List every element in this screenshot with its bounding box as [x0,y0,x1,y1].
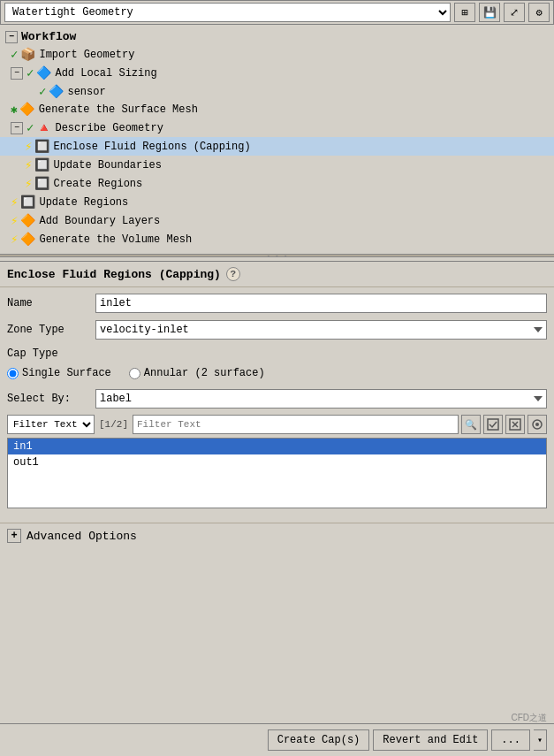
filter-search-btn[interactable]: 🔍 [461,415,481,434]
toolbar-btn-settings[interactable]: ⚙ [528,3,550,22]
workflow-item-update-boundaries[interactable]: ⚡ 🔲 Update Boundaries [0,156,554,174]
top-bar: Watertight Geometry ⊞ 💾 ⤢ ⚙ [0,0,554,25]
toolbar-btn-save[interactable]: 💾 [479,3,500,22]
filter-type-select[interactable]: Filter Text [7,415,95,434]
select-by-row: Select By: label name type [7,388,547,409]
revert-edit-button[interactable]: Revert and Edit [373,729,488,751]
label-create-regions: Create Regions [53,178,142,190]
workflow-collapse-btn[interactable]: − [5,31,18,43]
form-area: Name Zone Type velocity-inlet pressure-o… [0,287,554,519]
workflow-item-sensor[interactable]: ✓ 🔷 sensor [0,82,554,101]
workflow-item-enclose-fluid[interactable]: ⚡ 🔲 Enclose Fluid Regions (Capping) [0,137,554,156]
lightning-icon-volume-mesh: ⚡ [11,232,18,247]
icon-sensor: 🔷 [48,85,64,99]
lightning-icon-boundaries: ⚡ [25,157,32,172]
help-icon[interactable]: ? [226,267,240,281]
filter-clear-btn[interactable] [505,415,525,434]
radio-single-label: Single Surface [22,367,111,379]
panel-title: Enclose Fluid Regions (Capping) [7,268,221,281]
radio-annular[interactable]: Annular (2 surface) [129,367,265,379]
zone-type-select[interactable]: velocity-inlet pressure-outlet wall [95,320,547,340]
workflow-item-update-regions[interactable]: ⚡ 🔲 Update Regions [0,193,554,211]
filter-row: Filter Text [1/2] 🔍 [7,415,547,434]
label-surface-mesh: Generate the Surface Mesh [39,103,198,116]
icon-boundary-layers: 🔶 [19,214,35,228]
cap-type-label-row: Cap Type [7,346,547,363]
geometry-dropdown[interactable]: Watertight Geometry [4,3,451,22]
workflow-item-volume-mesh[interactable]: ⚡ 🔶 Generate the Volume Mesh [0,230,554,248]
workflow-item-describe-geometry[interactable]: − ✓ 🔺 Describe Geometry [0,118,554,137]
workflow-title: Workflow [21,30,76,43]
select-by-select[interactable]: label name type [95,389,547,409]
radio-single-surface[interactable]: Single Surface [7,367,111,379]
describe-collapse-btn[interactable]: − [11,122,23,134]
cap-type-label: Cap Type [7,347,58,360]
toolbar-btn-expand[interactable]: ⤢ [504,3,525,22]
filter-text-input[interactable] [133,415,459,434]
label-update-boundaries: Update Boundaries [53,159,161,172]
label-describe-geometry: Describe Geometry [55,122,163,134]
label-volume-mesh: Generate the Volume Mesh [39,233,192,246]
icon-import: 📦 [19,48,35,62]
check-icon-describe: ✓ [27,120,34,135]
name-row: Name [7,293,547,314]
svg-rect-0 [488,419,498,430]
workflow-item-boundary-layers[interactable]: ⚡ 🔶 Add Boundary Layers [0,211,554,230]
label-import-geometry: Import Geometry [39,49,134,61]
radio-annular-input[interactable] [129,368,140,379]
list-item-in1[interactable]: in1 [8,439,546,454]
zone-type-row: Zone Type velocity-inlet pressure-outlet… [7,319,547,340]
panel-title-row: Enclose Fluid Regions (Capping) ? [0,262,554,287]
check-icon-surface-mesh: ✱ [11,103,18,117]
filter-circle-btn[interactable] [527,415,547,434]
icon-describe: 🔺 [35,121,51,135]
icon-create-regions: 🔲 [34,177,49,191]
label-boundary-layers: Add Boundary Layers [39,215,160,227]
filter-count: [1/2] [97,419,130,430]
advanced-options-row[interactable]: + Advanced Options [0,523,554,548]
action-bar: Create Cap(s) Revert and Edit ... ▾ [0,723,554,756]
workflow-panel: − Workflow ✓ 📦 Import Geometry − ✓ 🔷 Add… [0,25,554,262]
watermark: CFD之道 [511,712,547,724]
create-cap-button[interactable]: Create Cap(s) [268,729,370,751]
list-box: in1 out1 [7,438,547,508]
label-add-local-sizing: Add Local Sizing [55,67,156,80]
more-options-button[interactable]: ... [491,729,530,751]
more-options-dropdown-arrow[interactable]: ▾ [534,729,547,751]
panel-resize-handle[interactable]: • • • [0,254,554,257]
icon-surface-mesh: 🔶 [19,103,35,117]
icon-sizing: 🔷 [35,66,51,80]
workflow-item-create-regions[interactable]: ⚡ 🔲 Create Regions [0,174,554,193]
label-sensor: sensor [67,86,105,98]
workflow-item-add-local-sizing[interactable]: − ✓ 🔷 Add Local Sizing [0,64,554,82]
advanced-options-label: Advanced Options [27,530,137,543]
lightning-icon-enclose: ⚡ [25,139,32,154]
filter-check-btn[interactable] [483,415,503,434]
workflow-item-surface-mesh[interactable]: ✱ 🔶 Generate the Surface Mesh [0,101,554,118]
label-enclose-fluid: Enclose Fluid Regions (Capping) [53,141,250,153]
list-item-out1[interactable]: out1 [8,454,546,470]
icon-boundaries: 🔲 [34,158,49,172]
workflow-item-import-geometry[interactable]: ✓ 📦 Import Geometry [0,45,554,64]
check-icon-import: ✓ [11,47,18,62]
svg-point-5 [535,423,539,426]
toolbar-btn-1[interactable]: ⊞ [454,3,475,22]
label-update-regions: Update Regions [39,196,128,209]
select-by-label: Select By: [7,393,95,405]
check-icon-sensor: ✓ [39,84,46,99]
cap-type-row: Single Surface Annular (2 surface) [7,363,547,383]
radio-single-input[interactable] [7,368,19,379]
sizing-collapse-btn[interactable]: − [11,67,23,80]
icon-enclose: 🔲 [34,140,49,154]
name-input[interactable] [95,294,547,313]
icon-update-regions: 🔲 [19,195,35,210]
radio-annular-label: Annular (2 surface) [144,367,265,379]
check-icon-sizing: ✓ [27,65,34,80]
name-label: Name [7,297,95,309]
workflow-header: − Workflow [0,28,554,45]
icon-volume-mesh: 🔶 [19,233,35,247]
lightning-icon-boundary-layers: ⚡ [11,213,18,228]
lightning-icon-update-regions: ⚡ [11,195,18,210]
zone-type-label: Zone Type [7,324,95,336]
advanced-plus-btn[interactable]: + [7,529,21,543]
